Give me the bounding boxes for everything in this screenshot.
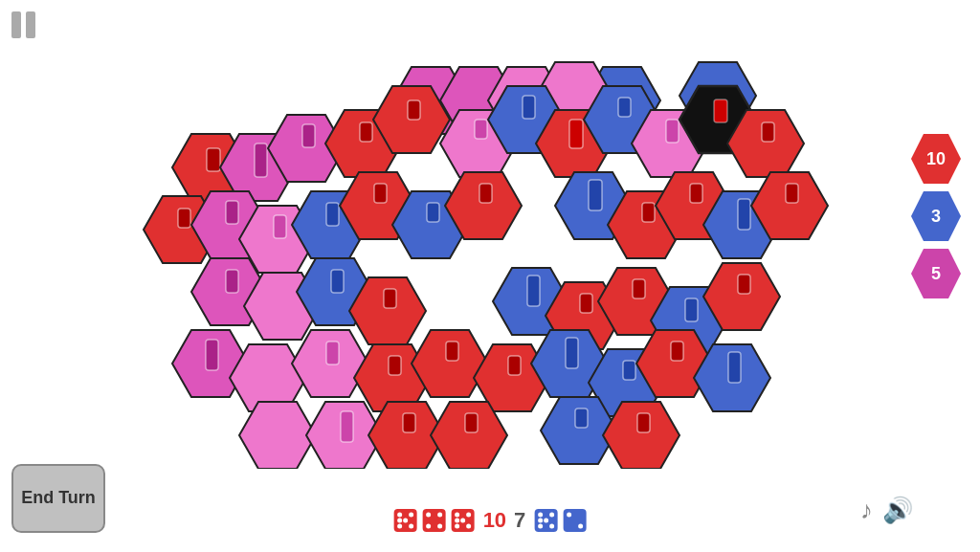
svg-point-102 bbox=[397, 513, 402, 518]
music-icon[interactable]: ♪ bbox=[860, 496, 873, 525]
game-board bbox=[134, 57, 861, 469]
svg-point-119 bbox=[455, 519, 459, 523]
svg-point-124 bbox=[549, 524, 554, 529]
blue-dice-2 bbox=[562, 508, 587, 533]
red-dice-1 bbox=[393, 508, 418, 533]
separator: 7 bbox=[514, 508, 525, 533]
svg-point-122 bbox=[549, 513, 554, 518]
red-count-badge: 10 bbox=[911, 134, 961, 184]
pink-count-badge: 5 bbox=[911, 249, 961, 298]
svg-rect-81 bbox=[508, 356, 521, 375]
svg-rect-66 bbox=[633, 279, 645, 298]
svg-rect-51 bbox=[738, 199, 750, 230]
red-dice-2 bbox=[422, 508, 447, 533]
svg-point-126 bbox=[538, 519, 543, 523]
svg-rect-45 bbox=[589, 180, 602, 210]
svg-rect-60 bbox=[384, 289, 396, 308]
svg-rect-23 bbox=[618, 98, 631, 117]
svg-rect-77 bbox=[389, 356, 401, 375]
svg-rect-100 bbox=[637, 413, 650, 432]
svg-rect-94 bbox=[403, 413, 415, 432]
svg-point-116 bbox=[455, 524, 459, 529]
svg-point-118 bbox=[460, 519, 465, 523]
svg-rect-87 bbox=[671, 342, 683, 361]
svg-rect-75 bbox=[326, 342, 339, 364]
blue-dice-group bbox=[533, 508, 587, 533]
svg-point-105 bbox=[409, 513, 413, 518]
end-turn-button[interactable]: End Turn bbox=[11, 464, 105, 533]
svg-rect-79 bbox=[446, 342, 458, 361]
svg-rect-29 bbox=[762, 122, 774, 142]
pause-button[interactable] bbox=[11, 11, 35, 38]
svg-rect-58 bbox=[331, 270, 344, 293]
svg-point-114 bbox=[455, 513, 459, 518]
svg-rect-53 bbox=[786, 184, 798, 203]
svg-rect-64 bbox=[580, 294, 592, 313]
svg-rect-127 bbox=[563, 509, 586, 532]
svg-rect-11 bbox=[302, 124, 315, 147]
svg-rect-37 bbox=[326, 203, 339, 226]
svg-rect-19 bbox=[523, 96, 535, 119]
svg-rect-43 bbox=[479, 184, 492, 203]
svg-rect-33 bbox=[226, 201, 238, 224]
side-panel: 10 3 5 bbox=[911, 134, 961, 298]
svg-rect-70 bbox=[738, 275, 750, 294]
svg-rect-7 bbox=[207, 148, 220, 171]
svg-rect-55 bbox=[226, 270, 238, 293]
red-score: 10 bbox=[483, 508, 506, 533]
blue-dice-1 bbox=[533, 508, 558, 533]
bottom-status-bar: 10 7 bbox=[393, 508, 588, 533]
svg-rect-9 bbox=[255, 144, 267, 177]
svg-rect-68 bbox=[685, 298, 698, 321]
svg-rect-25 bbox=[666, 120, 679, 143]
svg-point-107 bbox=[397, 519, 402, 523]
svg-rect-27 bbox=[714, 99, 727, 122]
blue-count-badge: 3 bbox=[911, 191, 961, 241]
svg-point-103 bbox=[403, 519, 408, 523]
svg-point-115 bbox=[466, 513, 471, 518]
svg-rect-17 bbox=[475, 120, 487, 139]
red-dice-3 bbox=[451, 508, 476, 533]
svg-rect-39 bbox=[374, 184, 387, 203]
svg-rect-92 bbox=[341, 411, 353, 442]
red-dice-group bbox=[393, 508, 476, 533]
svg-rect-21 bbox=[569, 120, 583, 148]
svg-point-112 bbox=[437, 524, 442, 529]
svg-rect-89 bbox=[728, 352, 741, 383]
pause-bar-right bbox=[26, 11, 35, 38]
svg-point-121 bbox=[538, 513, 543, 518]
svg-point-129 bbox=[578, 524, 583, 529]
svg-rect-72 bbox=[206, 340, 218, 370]
svg-rect-15 bbox=[408, 100, 420, 120]
svg-rect-62 bbox=[527, 276, 540, 306]
svg-point-117 bbox=[466, 524, 471, 529]
svg-point-110 bbox=[437, 513, 442, 518]
svg-point-111 bbox=[426, 524, 431, 529]
svg-point-125 bbox=[544, 519, 548, 523]
svg-point-123 bbox=[538, 524, 543, 529]
svg-rect-83 bbox=[566, 338, 578, 368]
svg-rect-85 bbox=[623, 361, 635, 380]
svg-rect-35 bbox=[274, 215, 286, 238]
volume-icon[interactable]: 🔊 bbox=[882, 496, 913, 525]
svg-rect-31 bbox=[178, 209, 190, 228]
svg-rect-108 bbox=[423, 509, 446, 532]
svg-rect-41 bbox=[427, 203, 439, 222]
svg-point-109 bbox=[426, 513, 431, 518]
svg-rect-49 bbox=[690, 184, 702, 203]
svg-point-106 bbox=[397, 524, 402, 529]
hex-grid[interactable] bbox=[134, 57, 861, 469]
svg-rect-47 bbox=[642, 203, 655, 222]
svg-point-104 bbox=[409, 524, 413, 529]
svg-rect-13 bbox=[360, 122, 372, 142]
pause-bar-left bbox=[11, 11, 21, 38]
svg-rect-98 bbox=[575, 408, 588, 428]
sound-controls[interactable]: ♪ 🔊 bbox=[860, 496, 913, 525]
svg-point-128 bbox=[567, 513, 571, 518]
svg-rect-96 bbox=[465, 413, 478, 432]
